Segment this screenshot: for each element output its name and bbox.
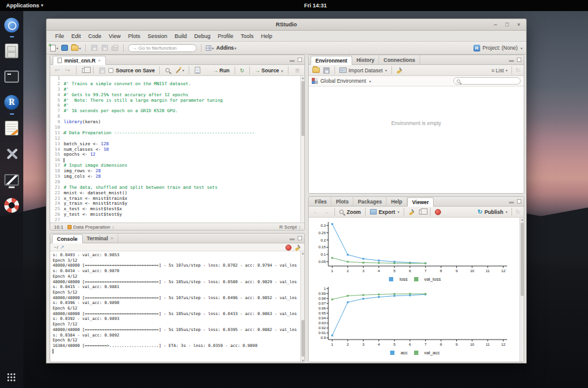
menu-edit[interactable]: Edit — [68, 33, 85, 39]
popout-icon[interactable] — [418, 208, 426, 216]
environment-search-input[interactable] — [453, 77, 521, 85]
refresh-icon[interactable]: ↻ — [516, 67, 521, 74]
menu-plots[interactable]: Plots — [124, 33, 144, 39]
dock-item-tools[interactable] — [2, 145, 21, 163]
minimize-pane-icon[interactable] — [290, 60, 295, 62]
menu-view[interactable]: View — [105, 33, 124, 39]
source-button[interactable]: → Source ▾ — [255, 67, 283, 74]
file-type-selector[interactable]: R Script↕ — [279, 224, 301, 230]
open-dir-icon[interactable]: ↗ — [60, 245, 64, 250]
scroll-up-icon[interactable]: ▲ — [301, 76, 304, 80]
rerun-icon[interactable]: ↻ — [240, 67, 244, 74]
fold-icon[interactable]: ▾ — [62, 131, 64, 136]
new-project-button[interactable] — [61, 44, 69, 52]
dock-item-rstudio[interactable]: R — [2, 93, 21, 112]
outline-icon[interactable]: ≣ — [293, 66, 301, 75]
scrollbar-thumb[interactable] — [301, 81, 304, 136]
close-tab-icon[interactable]: × — [98, 58, 101, 63]
viewer-tab-files[interactable]: Files — [311, 197, 331, 206]
viewer-scrollbar[interactable]: ▲ — [519, 218, 524, 362]
window-title-bar[interactable]: RStudio – □ × — [47, 19, 526, 31]
show-applications-button[interactable] — [7, 373, 16, 382]
env-tab-history[interactable]: History — [352, 55, 379, 64]
forward-icon[interactable]: ↪ — [64, 66, 72, 75]
run-button[interactable]: → Run — [213, 67, 229, 74]
scrollbar-thumb[interactable] — [521, 223, 524, 296]
scroll-up-icon[interactable]: ▲ — [301, 251, 304, 256]
save-icon[interactable] — [98, 66, 106, 75]
load-workspace-icon[interactable] — [312, 66, 320, 75]
save-workspace-icon[interactable] — [322, 66, 330, 75]
dock-item-display[interactable] — [2, 170, 21, 189]
maximize-icon[interactable]: □ — [503, 21, 511, 28]
menu-file[interactable]: File — [51, 33, 68, 39]
scope-selector[interactable]: Data Preparation↕ — [67, 224, 115, 230]
menu-debug[interactable]: Debug — [190, 33, 214, 39]
minimize-pane-icon[interactable] — [509, 60, 514, 62]
back-icon[interactable]: ↩ — [53, 66, 61, 75]
zoom-button[interactable]: Zoom — [339, 209, 361, 215]
dock-item-help[interactable] — [2, 196, 21, 215]
refresh-icon[interactable]: ↻ — [516, 208, 521, 215]
environment-scope-selector[interactable]: Global Environment — [320, 78, 366, 84]
panes-grid-button[interactable]: ▾ — [206, 44, 214, 52]
new-file-button[interactable]: ▾ — [50, 44, 58, 52]
close-icon[interactable]: × — [515, 21, 522, 28]
source-on-save-checkbox[interactable] — [108, 68, 113, 73]
import-dataset-button[interactable]: Import Dataset▾ — [339, 67, 387, 74]
console-output[interactable]: s: 0.0493 - val_acc: 0.9853Epoch 3/12480… — [50, 251, 304, 362]
interrupt-icon[interactable] — [285, 245, 292, 251]
menu-profile[interactable]: Profile — [214, 33, 238, 39]
menu-code[interactable]: Code — [85, 33, 105, 39]
popout-icon[interactable] — [81, 66, 89, 75]
menu-build[interactable]: Build — [171, 33, 190, 39]
goto-file-input[interactable]: → Go to file/function — [128, 44, 197, 52]
dock-item-terminal[interactable] — [2, 67, 21, 86]
maximize-pane-icon[interactable] — [517, 58, 521, 62]
viewer-tab-help[interactable]: Help — [386, 197, 407, 206]
maximize-pane-icon[interactable] — [517, 199, 521, 204]
find-icon[interactable] — [164, 66, 172, 75]
clear-viewer-icon[interactable] — [409, 208, 415, 215]
clear-environment-icon[interactable] — [396, 67, 403, 74]
maximize-pane-icon[interactable] — [298, 58, 302, 62]
code-tools-icon[interactable]: ▾ — [175, 66, 184, 75]
clear-console-icon[interactable] — [295, 244, 301, 251]
menu-tools[interactable]: Tools — [237, 33, 257, 39]
forward-icon[interactable]: → — [322, 208, 330, 216]
export-button[interactable]: Export▾ — [370, 209, 399, 215]
close-tab-icon[interactable]: × — [110, 235, 113, 241]
minimize-pane-icon[interactable] — [509, 202, 514, 204]
project-menu[interactable]: Project: (None) — [483, 45, 518, 51]
stop-icon[interactable] — [435, 209, 441, 215]
save-all-button[interactable] — [100, 44, 108, 52]
back-icon[interactable]: ← — [312, 208, 320, 216]
open-file-button[interactable]: ▾ — [71, 44, 81, 52]
env-tab-environment[interactable]: Environment — [311, 56, 352, 65]
env-tab-connections[interactable]: Connections — [379, 55, 420, 64]
minimize-icon[interactable]: – — [492, 21, 499, 28]
save-button[interactable] — [90, 44, 98, 52]
minimize-pane-icon[interactable] — [290, 238, 295, 240]
code-editor[interactable]: 12#' Trains a simple convnet on the MNIS… — [50, 76, 304, 223]
scrollbar-thumb[interactable] — [301, 320, 304, 357]
addins-menu[interactable]: Addins▾ — [216, 44, 236, 52]
viewer-tab-plots[interactable]: Plots — [331, 197, 353, 206]
editor-scrollbar[interactable]: ▲ — [300, 76, 304, 223]
dock-item-file-manager[interactable] — [2, 42, 21, 60]
console-tab-console[interactable]: Console — [52, 234, 83, 243]
viewer-tab-viewer[interactable]: Viewer — [407, 197, 434, 207]
menu-help[interactable]: Help — [257, 33, 276, 39]
viewer-tab-packages[interactable]: Packages — [353, 197, 386, 206]
menu-session[interactable]: Session — [144, 33, 171, 39]
dock-item-text-editor[interactable] — [2, 119, 21, 137]
publish-button[interactable]: Publish — [484, 209, 503, 215]
dock-item-chromium[interactable] — [2, 16, 21, 34]
list-view-selector[interactable]: ≡ List▾ — [491, 67, 507, 74]
scroll-down-icon[interactable]: ▼ — [301, 359, 304, 362]
console-scrollbar[interactable]: ▲ ▼ — [300, 251, 304, 362]
scroll-up-icon[interactable]: ▲ — [520, 218, 524, 222]
maximize-pane-icon[interactable] — [298, 236, 302, 240]
console-tab-terminal[interactable]: Terminal× — [83, 234, 118, 243]
tab-mnist-cnn[interactable]: mnist_cnn.R× — [53, 56, 106, 65]
